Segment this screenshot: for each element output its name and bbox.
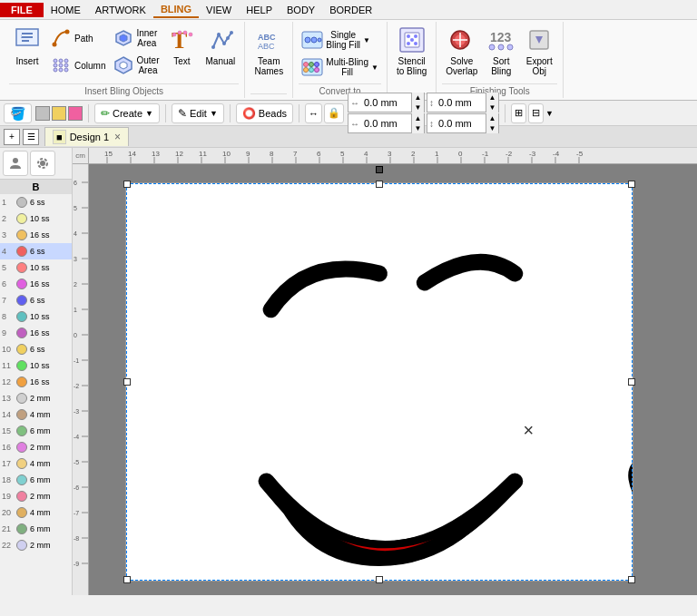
menu-help[interactable]: HELP [239,3,280,17]
resize-lock-button[interactable]: 🔒 [324,103,344,123]
swatch-2[interactable] [52,106,66,121]
y1-input[interactable]: ↕ ▲ ▼ [427,93,499,112]
color-list-item[interactable]: 10 6 ss [0,341,72,357]
color-list-item[interactable]: 13 2 mm [0,390,72,406]
manual-button[interactable]: Manual [201,24,239,68]
stencil-bling-button[interactable]: Stencilto Bling [393,24,430,78]
align-button[interactable]: ⊟ [528,103,544,123]
single-bling-fill-button[interactable]: SingleBling Fill ▼ [299,27,373,53]
solve-overlap-button[interactable]: SolveOverlap [442,24,481,78]
svg-text:2: 2 [74,281,77,288]
color-num: 19 [2,492,16,501]
svg-point-14 [59,68,63,72]
new-design-button[interactable]: + [4,129,20,145]
grid-button[interactable]: ⊞ [511,103,526,123]
text-button[interactable]: T Text [163,24,200,68]
create-button[interactable]: ✏ Create ▼ [94,103,160,123]
menu-file[interactable]: FILE [0,3,44,17]
color-list-item[interactable]: 20 4 mm [0,504,72,521]
left-panel: B 1 6 ss 2 10 ss 3 16 ss 4 6 ss 5 10 ss … [0,148,73,595]
color-list-item[interactable]: 2 10 ss [0,210,72,227]
tab-icons: + ☰ [4,129,39,145]
color-list-item[interactable]: 18 6 mm [0,472,72,488]
y1-field[interactable] [436,97,486,108]
person-icon-btn[interactable] [3,151,28,176]
handle-rotate[interactable] [376,166,383,173]
color-list-item[interactable]: 3 16 ss [0,227,72,243]
color-list-item[interactable]: 12 16 ss [0,374,72,390]
color-list-item[interactable]: 1 6 ss [0,194,72,210]
multi-bling-fill-button[interactable]: Multi-BlingFill ▼ [299,54,381,80]
x1-up[interactable]: ▲ [411,93,424,103]
color-list-item[interactable]: 7 6 ss [0,292,72,308]
color-label: 16 ss [30,328,50,337]
color-list-item[interactable]: 5 10 ss [0,259,72,276]
column-label: Column [74,61,105,71]
color-swatch [16,360,27,371]
column-button[interactable]: Column [47,53,108,78]
y2-input[interactable]: ↕ ▲ ▼ [427,113,499,133]
menu-body[interactable]: BODY [280,3,322,17]
color-list-item[interactable]: 6 16 ss [0,276,72,292]
color-list-item[interactable]: 8 10 ss [0,308,72,325]
x2-field[interactable] [361,118,411,129]
x1-down[interactable]: ▼ [411,103,424,112]
x2-down[interactable]: ▼ [411,123,424,133]
design-tab-close[interactable]: × [114,131,121,143]
edit-button[interactable]: ✎ Edit ▼ [172,103,224,123]
align-arrow: ▼ [545,109,554,118]
y2-down[interactable]: ▼ [486,123,498,133]
design-options-button[interactable]: ☰ [23,129,39,145]
color-list-item[interactable]: 22 2 mm [0,537,72,553]
color-list-item[interactable]: 11 10 ss [0,357,72,374]
move-button[interactable]: ↔ [305,103,322,123]
design-canvas[interactable]: × [125,182,633,582]
multi-bling-fill-icon [301,56,323,78]
edit-icon: ✎ [178,107,187,120]
color-num: 21 [2,524,16,533]
color-list-item[interactable]: 19 2 mm [0,488,72,504]
insert-button[interactable]: ↓ Insert [9,24,45,68]
color-list-item[interactable]: 21 6 mm [0,521,72,537]
svg-point-42 [315,68,319,73]
swatch-3[interactable] [68,106,83,121]
color-list-item[interactable]: 16 2 mm [0,439,72,455]
sort-bling-button[interactable]: 123 SortBling [483,24,519,78]
color-list-item[interactable]: 14 4 mm [0,406,72,423]
outer-area-button[interactable]: OuterArea [110,53,162,78]
color-list-item[interactable]: 15 6 mm [0,423,72,439]
y1-up[interactable]: ▲ [486,93,498,103]
svg-text:-5: -5 [576,150,584,158]
menu-artwork[interactable]: ARTWORK [88,3,153,17]
x1-input[interactable]: ↔ ▲ ▼ [348,93,425,112]
x2-up[interactable]: ▲ [411,113,424,123]
toolbar2: 🪣 ✏ Create ▼ ✎ Edit ▼ ⭕ Beads ↔ 🔒 [0,101,697,126]
menu-view[interactable]: VIEW [199,3,239,17]
stencil-bling-icon [398,25,427,54]
separator-5 [505,104,506,122]
team-names-button[interactable]: ABC ABC TeamNames [250,24,287,78]
x1-field[interactable] [361,97,411,108]
color-list-item[interactable]: 4 6 ss [0,243,72,259]
color-list-item[interactable]: 9 16 ss [0,325,72,341]
gear-icon-btn[interactable] [30,151,55,176]
export-obj-button[interactable]: ExportObj [521,24,557,78]
y2-up[interactable]: ▲ [486,113,498,123]
canvas-area[interactable]: × [89,164,697,595]
beads-button[interactable]: ⭕ Beads [236,103,293,123]
x2-input[interactable]: ↔ ▲ ▼ [348,113,425,133]
y2-field[interactable] [436,118,486,129]
svg-text:5: 5 [340,150,345,158]
menu-home[interactable]: HOME [44,3,88,17]
svg-point-55 [489,44,495,50]
menu-border[interactable]: BORDER [322,3,379,17]
y1-down[interactable]: ▼ [486,103,498,112]
paint-bucket-button[interactable]: 🪣 [4,103,32,123]
inner-area-button[interactable]: InnerArea [110,25,162,51]
swatch-1[interactable] [35,106,50,121]
color-swatch [16,523,27,534]
design-tab-1[interactable]: ■ Design 1 × [44,127,129,146]
path-button[interactable]: Path [47,25,108,51]
color-list-item[interactable]: 17 4 mm [0,455,72,472]
menu-bling[interactable]: BLING [153,2,199,18]
